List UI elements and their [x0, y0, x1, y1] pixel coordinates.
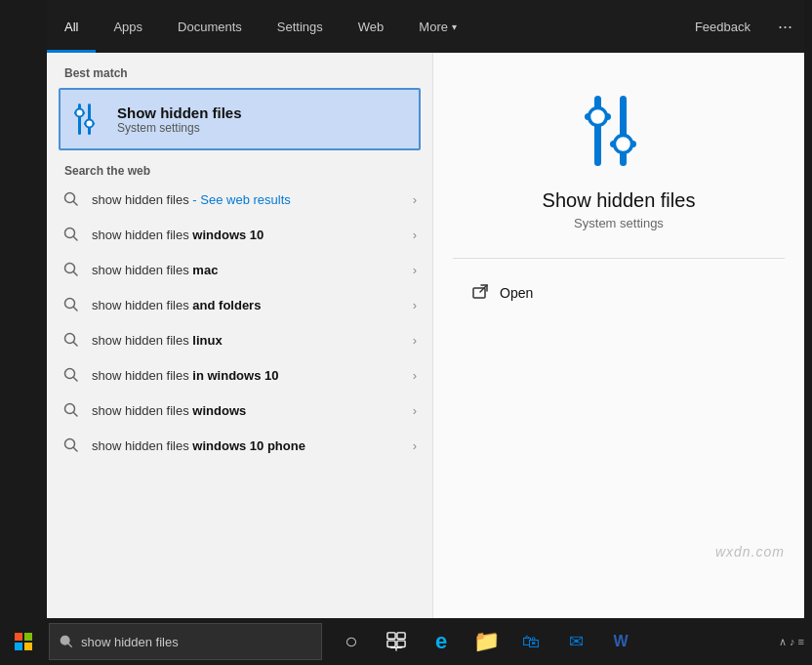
result-text-4: show hidden files linux [92, 333, 401, 348]
result-row-6[interactable]: show hidden files windows › [47, 393, 432, 428]
result-row-2[interactable]: show hidden files mac › [47, 252, 432, 287]
search-icon-6 [62, 401, 80, 419]
store-button[interactable]: 🛍 [509, 618, 552, 665]
svg-rect-39 [397, 641, 405, 646]
right-panel-title: Show hidden files [543, 189, 696, 212]
svg-line-21 [74, 448, 78, 452]
svg-line-17 [74, 378, 78, 382]
result-row-0[interactable]: show hidden files - See web results › [47, 182, 432, 217]
taskbar: show hidden files ○ e 📁 🛍 [0, 618, 812, 665]
best-match-title: Show hidden files [117, 104, 242, 121]
taskbar-search-box[interactable]: show hidden files [49, 623, 322, 660]
content-area: Best match [47, 53, 804, 618]
open-button[interactable]: Open [472, 278, 533, 308]
result-row-7[interactable]: show hidden files windows 10 phone › [47, 428, 432, 463]
open-label: Open [500, 285, 533, 301]
system-tray: ∧ ♪ ≡ [779, 636, 804, 648]
open-icon [472, 284, 490, 302]
tab-more[interactable]: More ▾ [401, 0, 474, 53]
tab-web-label: Web [358, 20, 385, 34]
svg-point-27 [615, 136, 632, 153]
result-text-6: show hidden files windows [92, 403, 401, 418]
right-panel: Show hidden files System settings Open w… [432, 53, 804, 618]
result-text-3: show hidden files and folders [92, 298, 401, 312]
svg-line-15 [74, 343, 78, 347]
tab-all[interactable]: All [47, 0, 96, 53]
tab-more-label: More [419, 20, 448, 34]
svg-line-13 [74, 308, 78, 312]
tab-settings-label: Settings [277, 20, 323, 34]
result-chevron-4: › [413, 333, 417, 348]
tab-apps-label: Apps [113, 20, 142, 34]
svg-line-11 [74, 272, 78, 276]
svg-rect-32 [15, 643, 22, 650]
svg-rect-30 [15, 633, 22, 641]
best-match-text: Show hidden files System settings [117, 104, 242, 135]
web-section-label: Search the web [47, 154, 432, 182]
search-nav: All Apps Documents Settings Web More ▾ F… [47, 0, 804, 53]
result-text-0: show hidden files - See web results [92, 192, 401, 207]
svg-point-26 [589, 108, 607, 126]
search-icon-2 [62, 261, 80, 278]
tab-settings[interactable]: Settings [260, 0, 341, 53]
file-explorer-button[interactable]: 📁 [465, 618, 508, 665]
search-panel: All Apps Documents Settings Web More ▾ F… [47, 0, 804, 618]
svg-rect-31 [24, 633, 32, 641]
tab-documents-label: Documents [178, 20, 242, 34]
result-text-2: show hidden files mac [92, 263, 401, 277]
right-panel-icon [585, 92, 653, 174]
feedback-button[interactable]: Feedback [679, 20, 766, 34]
svg-line-9 [74, 237, 78, 241]
taskbar-icons: ○ e 📁 🛍 ✉ [330, 618, 642, 665]
result-chevron-2: › [413, 263, 417, 277]
tab-web[interactable]: Web [341, 0, 402, 53]
result-text-7: show hidden files windows 10 phone [92, 438, 401, 453]
more-options-button[interactable]: ··· [766, 17, 804, 37]
svg-line-7 [74, 202, 78, 206]
search-icon-4 [62, 331, 80, 349]
tab-documents[interactable]: Documents [160, 0, 260, 53]
left-panel: Best match [47, 53, 432, 618]
best-match-label: Best match [47, 53, 432, 88]
cortana-button[interactable]: ○ [330, 618, 373, 665]
best-match-subtitle: System settings [117, 121, 242, 135]
right-panel-subtitle: System settings [574, 216, 664, 230]
tab-all-label: All [64, 20, 78, 34]
search-icon-1 [62, 226, 80, 243]
edge-button[interactable]: e [420, 618, 463, 665]
word-button[interactable]: W [599, 618, 642, 665]
mail-button[interactable]: ✉ [554, 618, 597, 665]
taskbar-search-text: show hidden files [81, 635, 179, 649]
watermark: wxdn.com [715, 544, 785, 560]
show-hidden-files-icon [72, 100, 103, 139]
svg-rect-38 [387, 641, 395, 646]
search-icon-0 [62, 190, 80, 208]
see-web-label: - See web results [192, 192, 290, 207]
result-row-1[interactable]: show hidden files windows 10 › [47, 217, 432, 252]
result-text-1: show hidden files windows 10 [92, 228, 401, 242]
svg-rect-33 [24, 643, 32, 650]
result-chevron-6: › [413, 403, 417, 418]
chevron-down-icon: ▾ [452, 21, 457, 32]
svg-line-19 [74, 413, 78, 417]
result-chevron-1: › [413, 228, 417, 242]
search-icon-5 [62, 366, 80, 384]
best-match-item[interactable]: Show hidden files System settings [59, 88, 421, 150]
taskbar-search-icon [60, 635, 73, 648]
result-row-4[interactable]: show hidden files linux › [47, 322, 432, 357]
svg-rect-36 [387, 633, 395, 639]
svg-point-5 [86, 120, 94, 128]
left-sidebar [0, 0, 47, 618]
start-button[interactable] [0, 618, 47, 665]
result-row-5[interactable]: show hidden files in windows 10 › [47, 357, 432, 393]
divider [453, 258, 785, 259]
svg-point-4 [76, 109, 84, 117]
result-chevron-7: › [413, 438, 417, 453]
tab-apps[interactable]: Apps [96, 0, 160, 53]
svg-rect-37 [397, 633, 405, 639]
task-view-button[interactable] [375, 618, 418, 665]
result-text-5: show hidden files in windows 10 [92, 368, 401, 383]
result-row-3[interactable]: show hidden files and folders › [47, 287, 432, 322]
svg-line-35 [68, 644, 71, 646]
taskbar-right: ∧ ♪ ≡ [779, 636, 812, 648]
